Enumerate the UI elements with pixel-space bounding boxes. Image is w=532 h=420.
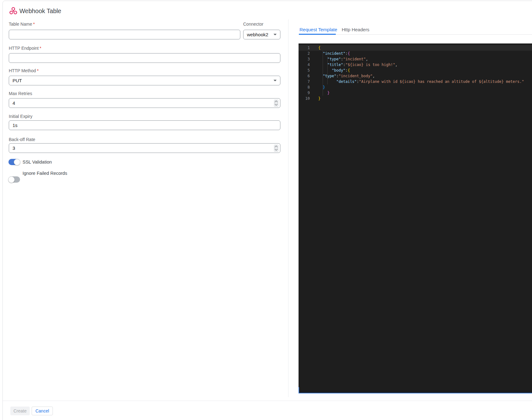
http-endpoint-input[interactable] xyxy=(9,53,280,63)
connector-label: Connector xyxy=(243,22,263,27)
code-line[interactable]: 7 "details":"Airplane with id ${icao} ha… xyxy=(299,79,532,84)
line-number: 1 xyxy=(299,45,310,51)
max-retries-stepper[interactable] xyxy=(274,99,279,107)
line-number: 5 xyxy=(299,68,310,73)
ignore-failed-records-label: Ignore Failed Records xyxy=(23,170,67,177)
initial-expiry-label: Initial Expiry xyxy=(9,114,32,119)
code-lines: 1{2 "incident":{3 "type":"incident",4 "t… xyxy=(299,45,532,101)
ssl-validation-toggle[interactable] xyxy=(8,159,20,165)
code-line[interactable]: 6 "type":"incident_body", xyxy=(299,73,532,79)
http-endpoint-label: HTTP Endpoint* xyxy=(9,46,41,51)
initial-expiry-input[interactable] xyxy=(9,120,280,130)
chevron-down-icon xyxy=(274,80,277,81)
cancel-button[interactable]: Cancel xyxy=(32,407,53,415)
code-line[interactable]: 2 "incident":{ xyxy=(299,51,532,56)
panel-divider xyxy=(288,19,289,397)
line-number: 4 xyxy=(299,62,310,68)
code-line[interactable]: 4 "title":"${icao} is too high!", xyxy=(299,62,532,68)
toggle-knob xyxy=(8,176,15,183)
code-line[interactable]: 8 } xyxy=(299,84,532,90)
request-template-editor[interactable]: 1{2 "incident":{3 "type":"incident",4 "t… xyxy=(299,43,532,393)
line-number: 2 xyxy=(299,51,310,56)
table-name-label: Table Name* xyxy=(9,22,35,27)
active-tab-indicator xyxy=(299,34,336,35)
code-line[interactable]: 3 "type":"incident", xyxy=(299,56,532,62)
code-line[interactable]: 5 "body":{ xyxy=(299,68,532,73)
line-number: 6 xyxy=(299,73,310,79)
ssl-validation-label: SSL Validation xyxy=(23,159,52,165)
indent-guide xyxy=(327,56,328,84)
http-method-select[interactable]: PUT xyxy=(9,76,280,85)
backoff-rate-label: Back-off Rate xyxy=(9,137,35,142)
http-method-value: PUT xyxy=(13,78,272,83)
toggle-knob xyxy=(14,159,20,165)
connector-select[interactable]: webhook2 xyxy=(243,30,280,39)
line-number: 3 xyxy=(299,56,310,62)
line-number: 7 xyxy=(299,79,310,84)
page-title: Webhook Table xyxy=(19,7,61,15)
max-retries-input[interactable] xyxy=(9,98,280,108)
editor-focus-accent xyxy=(299,387,299,393)
required-asterisk: * xyxy=(33,22,35,27)
required-asterisk: * xyxy=(39,46,41,51)
line-number: 9 xyxy=(299,90,310,96)
chevron-down-icon xyxy=(274,34,277,35)
table-name-input[interactable] xyxy=(9,30,240,39)
line-number: 10 xyxy=(299,96,310,101)
webhook-icon xyxy=(9,7,18,15)
chevron-down-icon xyxy=(275,148,278,151)
backoff-rate-input[interactable] xyxy=(9,143,280,153)
ignore-failed-records-toggle[interactable] xyxy=(8,176,20,183)
code-line[interactable]: 9 } xyxy=(299,90,532,96)
connector-value: webhook2 xyxy=(247,32,272,37)
code-line[interactable]: 10} xyxy=(299,96,532,101)
max-retries-label: Max Retries xyxy=(9,91,32,96)
line-number: 8 xyxy=(299,84,310,90)
tab-request-template[interactable]: Request Template xyxy=(299,27,337,32)
required-asterisk: * xyxy=(37,68,38,73)
create-button[interactable]: Create xyxy=(10,407,30,415)
http-method-label: HTTP Method* xyxy=(9,68,38,73)
backoff-rate-stepper[interactable] xyxy=(274,144,279,152)
tab-http-headers[interactable]: Http Headers xyxy=(342,27,369,32)
indent-guide xyxy=(323,51,323,96)
code-line[interactable]: 1{ xyxy=(299,45,532,51)
footer-divider xyxy=(3,401,532,401)
chevron-down-icon xyxy=(275,103,278,106)
